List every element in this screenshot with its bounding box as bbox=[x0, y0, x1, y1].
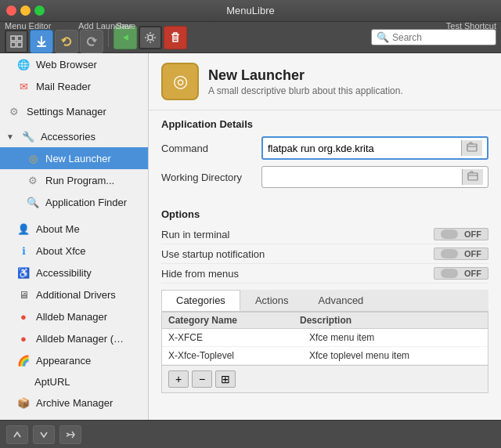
startup-notify-toggle[interactable]: OFF bbox=[434, 247, 488, 260]
delete-button[interactable] bbox=[164, 26, 187, 49]
download-button[interactable] bbox=[30, 30, 53, 53]
settings-button[interactable] bbox=[139, 26, 162, 49]
svg-rect-2 bbox=[11, 42, 16, 47]
sidebar-item-additional-drivers[interactable]: 🖥 Additional Drivers bbox=[0, 284, 148, 305]
accessories-icon: 🔧 bbox=[20, 128, 36, 144]
window-controls[interactable] bbox=[6, 5, 45, 16]
undo-icon bbox=[60, 35, 73, 48]
window-title: MenuLibre bbox=[226, 5, 274, 16]
working-dir-label: Working Directory bbox=[161, 172, 255, 183]
working-dir-row: Working Directory bbox=[161, 166, 488, 188]
sidebar-item-label: Settings Manager bbox=[27, 106, 106, 117]
close-button[interactable] bbox=[6, 5, 16, 16]
tab-advanced[interactable]: Advanced bbox=[304, 290, 379, 311]
options-title: Options bbox=[161, 208, 488, 220]
menu-editor-label: Menu Editor bbox=[5, 21, 51, 31]
tab-categories[interactable]: Categories bbox=[161, 290, 240, 311]
sidebar-item-label: About Me bbox=[36, 223, 80, 235]
working-dir-browse-button[interactable] bbox=[462, 169, 483, 185]
header-category-name: Category Name bbox=[168, 315, 237, 326]
maximize-button[interactable] bbox=[34, 5, 45, 16]
sidebar-item-settings-manager[interactable]: ⚙ Settings Manager bbox=[0, 100, 148, 122]
sidebar-item-apturl[interactable]: AptURL bbox=[0, 371, 148, 392]
command-input[interactable]: flatpak run org.kde.krita bbox=[261, 136, 488, 160]
alldeb-manager2-icon: ● bbox=[16, 331, 31, 346]
minimize-button[interactable] bbox=[20, 5, 31, 16]
sidebar-item-label: Application Finder bbox=[45, 197, 127, 208]
add-category-button[interactable]: + bbox=[168, 370, 189, 388]
toggle-track-terminal bbox=[441, 229, 458, 239]
sidebar-item-accessibility[interactable]: ♿ Accessibility bbox=[0, 262, 148, 284]
launcher-title: New Launcher bbox=[208, 67, 403, 84]
toggle-track-hide bbox=[441, 269, 458, 278]
move-indent-button[interactable] bbox=[59, 425, 81, 444]
sidebar-item-app-finder[interactable]: 🔍 Application Finder bbox=[0, 191, 148, 213]
sidebar-item-about-me[interactable]: 👤 About Me bbox=[0, 218, 148, 240]
sidebar-item-appearance[interactable]: 🌈 Appearance bbox=[0, 349, 148, 371]
command-label: Command bbox=[161, 143, 255, 154]
sidebar-item-alldeb-manager[interactable]: ● Alldeb Manager bbox=[0, 305, 148, 327]
sidebar-item-mail-reader[interactable]: ✉ Mail Reader bbox=[0, 75, 148, 97]
sidebar-item-archive-manager[interactable]: 📦 Archive Manager bbox=[0, 392, 148, 414]
about-xfce-icon: ℹ bbox=[16, 243, 31, 258]
run-terminal-toggle[interactable]: OFF bbox=[434, 228, 488, 240]
sidebar-item-accessories[interactable]: ▼ 🔧 Accessories bbox=[0, 125, 148, 147]
sidebar-item-label: Appearance bbox=[36, 355, 91, 367]
sidebar-item-run-program[interactable]: ⚙ Run Program... bbox=[0, 169, 148, 191]
launcher-desc: A small descriptive blurb about this app… bbox=[208, 85, 403, 96]
categories-table: Category Name Description X-XFCE Xfce me… bbox=[161, 312, 488, 393]
move-up-button[interactable] bbox=[6, 425, 28, 444]
download-icon bbox=[35, 35, 48, 48]
toggle-off-terminal: OFF bbox=[464, 229, 481, 239]
working-dir-input[interactable] bbox=[261, 166, 488, 188]
settings-icon bbox=[144, 31, 157, 44]
move-down-button[interactable] bbox=[33, 425, 55, 444]
sidebar-item-alldeb-manager2[interactable]: ● Alldeb Manager (… bbox=[0, 327, 148, 349]
add-menu-button[interactable] bbox=[5, 30, 28, 53]
tab-bar: Categories Actions Advanced bbox=[161, 290, 488, 312]
appearance-icon: 🌈 bbox=[16, 352, 31, 368]
undo-button[interactable] bbox=[55, 30, 78, 53]
launcher-icon-symbol: ◎ bbox=[173, 71, 188, 92]
remove-category-button[interactable]: − bbox=[192, 370, 212, 388]
alldeb-manager-icon: ● bbox=[16, 309, 31, 324]
svg-rect-6 bbox=[468, 173, 478, 180]
tab-actions[interactable]: Actions bbox=[240, 290, 304, 311]
sidebar-item-new-launcher[interactable]: ◎ New Launcher bbox=[0, 147, 148, 169]
edit-category-button[interactable]: ⊞ bbox=[215, 370, 236, 388]
table-header: Category Name Description bbox=[162, 313, 488, 329]
app-details-section: Application Details Command flatpak run … bbox=[149, 110, 501, 202]
header-description: Description bbox=[300, 315, 351, 326]
redo-button[interactable] bbox=[80, 30, 103, 53]
search-box[interactable]: 🔍 bbox=[371, 29, 496, 45]
toolbar: Menu Editor Add Launcher Save bbox=[0, 22, 501, 53]
delete-icon bbox=[169, 31, 182, 44]
sidebar-item-label: Additional Drivers bbox=[36, 289, 116, 301]
title-bar: MenuLibre bbox=[0, 0, 501, 22]
run-terminal-label: Run in terminal bbox=[161, 229, 229, 240]
search-input[interactable] bbox=[392, 32, 478, 43]
hide-menus-label: Hide from menus bbox=[161, 268, 239, 280]
sidebar-item-label: Accessories bbox=[41, 131, 96, 143]
sidebar-item-about-xfce[interactable]: ℹ About Xfce bbox=[0, 240, 148, 262]
content-area: ◎ New Launcher A small descriptive blurb… bbox=[149, 53, 501, 420]
sidebar-item-label: Alldeb Manager bbox=[36, 311, 107, 323]
hide-menus-toggle[interactable]: OFF bbox=[434, 267, 488, 280]
toolbar-separator bbox=[108, 28, 109, 47]
startup-notify-label: Use startup notification bbox=[161, 248, 265, 260]
table-row[interactable]: X-Xfce-Toplevel Xfce toplevel menu item bbox=[162, 347, 488, 365]
command-browse-button[interactable] bbox=[461, 140, 482, 156]
move-indent-icon bbox=[65, 430, 76, 439]
web-browser-icon: 🌐 bbox=[16, 56, 31, 72]
svg-rect-3 bbox=[17, 42, 22, 47]
sidebar-item-web-browser[interactable]: 🌐 Web Browser bbox=[0, 53, 148, 75]
toggle-track-startup bbox=[441, 249, 458, 258]
svg-rect-0 bbox=[11, 36, 16, 41]
sidebar-item-label: Run Program... bbox=[45, 175, 114, 186]
browse-icon bbox=[467, 142, 478, 153]
command-value: flatpak run org.kde.krita bbox=[268, 143, 461, 154]
sidebar-item-label: Archive Manager bbox=[36, 397, 113, 409]
sidebar-item-label: Web Browser bbox=[36, 59, 97, 70]
table-actions: + − ⊞ bbox=[162, 365, 488, 392]
table-row[interactable]: X-XFCE Xfce menu item bbox=[162, 329, 488, 347]
